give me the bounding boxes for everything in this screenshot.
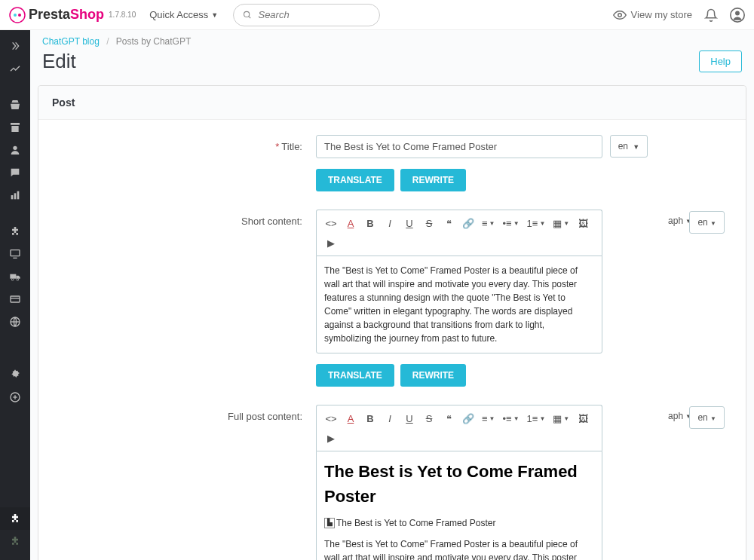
bullet-list-icon[interactable]: •≡▼	[501, 215, 522, 231]
sidebar-item-dashboard[interactable]	[0, 57, 30, 80]
full-content-image-placeholder[interactable]: ▙The Best is Yet to Come Framed Poster	[324, 516, 594, 530]
user-icon	[9, 144, 21, 156]
sidebar-item-extra-1[interactable]	[0, 507, 30, 530]
full-content-editor[interactable]: The Best is Yet to Come Framed Poster ▙T…	[316, 451, 602, 560]
sidebar-item-payment[interactable]	[0, 288, 30, 311]
image-icon[interactable]: 🖼	[575, 215, 591, 231]
italic-icon[interactable]: I	[382, 215, 398, 231]
short-content-editor[interactable]: The "Best is Yet to Come" Framed Poster …	[316, 256, 602, 353]
short-lang-select[interactable]: en ▼	[689, 211, 725, 234]
svg-rect-11	[17, 191, 20, 200]
text-color-icon[interactable]: A	[342, 410, 359, 427]
notifications-button[interactable]	[704, 8, 718, 22]
source-code-icon[interactable]: <>	[323, 215, 339, 231]
align-icon[interactable]: ≡▼	[480, 215, 498, 231]
search-input[interactable]	[258, 9, 370, 20]
sidebar-item-design[interactable]	[0, 243, 30, 265]
puzzle-icon	[9, 513, 21, 525]
puzzle-icon	[9, 225, 21, 237]
svg-point-1	[14, 14, 17, 17]
sidebar-item-advanced[interactable]	[0, 386, 30, 409]
sidebar-item-catalog[interactable]	[0, 116, 30, 139]
sidebar-item-stats[interactable]	[0, 184, 30, 207]
table-icon[interactable]: ▦▼	[550, 215, 572, 231]
sidebar-item-support[interactable]	[0, 161, 30, 184]
underline-icon[interactable]: U	[401, 410, 418, 427]
sidebar-item-customers[interactable]	[0, 139, 30, 161]
sidebar-item-extra-2[interactable]	[0, 530, 30, 552]
breadcrumb-level1[interactable]: ChatGPT blog	[42, 36, 100, 47]
sidebar-item-modules[interactable]	[0, 220, 30, 243]
page-title: Edit	[42, 50, 76, 73]
breadcrumb-level2: Posts by ChatGPT	[116, 36, 191, 47]
number-list-icon[interactable]: 1≡▼	[525, 410, 548, 427]
title-input[interactable]	[316, 135, 602, 158]
short-content-row: Short content: <> A B I U S ❝ 🔗 ≡▼	[52, 210, 732, 387]
logo-icon	[9, 7, 26, 23]
logo[interactable]: PrestaShop	[9, 7, 104, 23]
profile-button[interactable]	[730, 8, 745, 23]
align-icon[interactable]: ≡▼	[480, 410, 498, 427]
view-store-link[interactable]: View my store	[613, 8, 692, 22]
title-translate-button[interactable]: TRANSLATE	[316, 169, 394, 191]
full-paragraph-menu[interactable]: aph▼	[668, 411, 691, 421]
bell-icon	[704, 8, 718, 22]
svg-rect-12	[11, 250, 20, 256]
quick-access-label: Quick Access	[149, 9, 208, 20]
blockquote-icon[interactable]: ❝	[440, 215, 457, 231]
full-lang-select[interactable]: en ▼	[689, 406, 725, 429]
svg-point-16	[17, 279, 19, 281]
chat-icon	[9, 167, 21, 179]
link-icon[interactable]: 🔗	[460, 215, 477, 231]
full-content-p1: The "Best is Yet to Come" Framed Poster …	[324, 537, 594, 560]
bold-icon[interactable]: B	[362, 215, 379, 231]
search-box[interactable]	[233, 4, 380, 26]
italic-icon[interactable]: I	[382, 410, 398, 427]
underline-icon[interactable]: U	[401, 215, 418, 231]
source-code-icon[interactable]: <>	[323, 410, 339, 427]
content-area: ChatGPT blog / Posts by ChatGPT Edit Hel…	[30, 30, 754, 560]
short-content-label: Short content:	[52, 210, 316, 387]
sidebar-toggle[interactable]	[0, 35, 30, 57]
bullet-list-icon[interactable]: •≡▼	[501, 410, 522, 427]
strike-icon[interactable]: S	[421, 215, 437, 231]
help-button[interactable]: Help	[699, 50, 742, 72]
title-lang-select[interactable]: en ▼	[610, 135, 648, 158]
quick-access-menu[interactable]: Quick Access ▼	[149, 9, 218, 20]
topbar: PrestaShop 1.7.8.10 Quick Access ▼ View …	[0, 0, 754, 30]
video-icon[interactable]: ▶	[323, 430, 339, 446]
sidebar-item-international[interactable]	[0, 311, 30, 333]
chevron-down-icon: ▼	[211, 11, 218, 19]
logo-text-presta: Presta	[29, 7, 70, 23]
chevron-down-icon: ▼	[633, 143, 639, 151]
version-label: 1.7.8.10	[109, 11, 136, 19]
blockquote-icon[interactable]: ❝	[440, 410, 457, 427]
basket-icon	[9, 99, 21, 111]
image-icon[interactable]: 🖼	[575, 410, 591, 427]
short-translate-button[interactable]: TRANSLATE	[316, 364, 394, 387]
truck-icon	[9, 271, 21, 283]
short-paragraph-menu[interactable]: aph▼	[668, 216, 691, 226]
text-color-icon[interactable]: A	[342, 215, 359, 231]
bold-icon[interactable]: B	[362, 410, 379, 427]
chevrons-right-icon	[9, 40, 21, 52]
logo-text-shop: Shop	[70, 7, 104, 23]
number-list-icon[interactable]: 1≡▼	[525, 215, 548, 231]
sidebar-item-configure[interactable]	[0, 363, 30, 386]
title-rewrite-button[interactable]: REWRITE	[400, 169, 466, 191]
short-rewrite-button[interactable]: REWRITE	[400, 364, 466, 387]
video-icon[interactable]: ▶	[323, 234, 339, 251]
table-icon[interactable]: ▦▼	[550, 410, 572, 427]
strike-icon[interactable]: S	[421, 410, 437, 427]
post-panel: Post *Title: en ▼ TRANSLATE REWRITE Shor…	[38, 85, 746, 560]
globe-icon	[9, 316, 21, 328]
svg-rect-10	[14, 193, 17, 199]
breadcrumb-separator: /	[106, 36, 109, 47]
panel-heading: Post	[38, 86, 746, 120]
sidebar-item-shipping[interactable]	[0, 265, 30, 288]
link-icon[interactable]: 🔗	[460, 410, 477, 427]
search-icon	[243, 10, 252, 20]
sidebar-item-orders[interactable]	[0, 93, 30, 116]
short-rte-toolbar: <> A B I U S ❝ 🔗 ≡▼ •≡▼ 1≡▼ ▦▼	[316, 210, 602, 256]
plus-circle-icon	[9, 391, 21, 403]
